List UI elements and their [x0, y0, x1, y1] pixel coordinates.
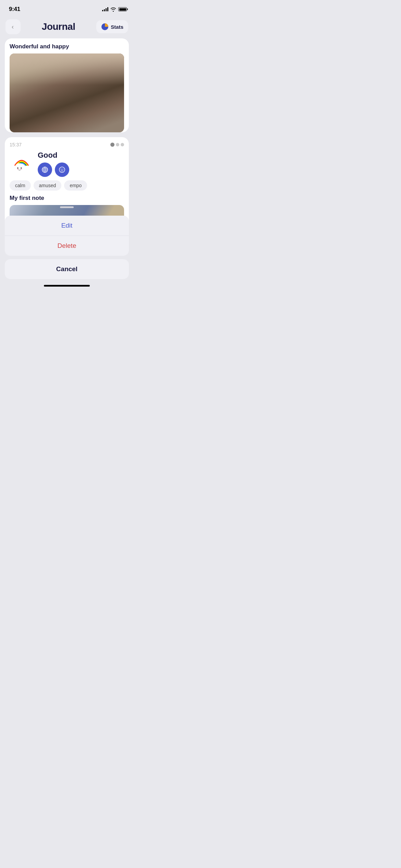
card2-header: 15:37 [10, 142, 124, 147]
bottom-sheet-overlay: Edit Delete Cancel [0, 206, 134, 289]
card1-image [10, 53, 124, 132]
status-bar: 9:41 [0, 0, 134, 16]
card2-mood-info: Good [38, 151, 124, 177]
card2-note-title: My first note [10, 195, 124, 202]
signal-icon [102, 7, 108, 11]
svg-point-12 [59, 167, 65, 172]
back-chevron-icon: ‹ [12, 23, 14, 31]
card1-title: Wonderful and happy [10, 43, 124, 50]
emotion-tag-calm: calm [10, 180, 31, 191]
stats-button[interactable]: Stats [96, 20, 128, 33]
dot-2 [116, 143, 119, 146]
face-icon-circle[interactable] [55, 162, 69, 177]
svg-point-9 [18, 168, 18, 168]
dot-3 [121, 143, 124, 146]
emotion-tag-empo: empo [64, 180, 87, 191]
card2-mood-label: Good [38, 151, 124, 160]
svg-point-14 [62, 169, 63, 169]
wifi-icon [110, 7, 116, 12]
page-title: Journal [42, 21, 75, 32]
status-time: 9:41 [9, 6, 20, 13]
stats-pie-icon [101, 23, 109, 31]
journal-card-1: Wonderful and happy [5, 38, 129, 132]
card2-time: 15:37 [10, 142, 22, 147]
cancel-button[interactable]: Cancel [5, 259, 129, 279]
svg-point-7 [17, 167, 19, 169]
cancel-group: Cancel [5, 259, 129, 279]
svg-point-10 [21, 168, 22, 168]
card2-dots [110, 143, 124, 147]
card2-mood-icons [38, 162, 124, 177]
nav-bar: ‹ Journal Stats [0, 16, 134, 38]
action-group: Edit Delete [5, 216, 129, 256]
dot-1 [110, 143, 114, 147]
delete-button[interactable]: Delete [5, 236, 129, 256]
emotion-tag-amused: amused [34, 180, 62, 191]
sheet-handle [60, 206, 74, 208]
globe-icon-circle[interactable] [38, 162, 52, 177]
bottom-sheet: Edit Delete Cancel [0, 206, 134, 289]
battery-icon [118, 7, 127, 11]
edit-button[interactable]: Edit [5, 216, 129, 236]
status-icons [102, 7, 127, 12]
emotion-tags: calm amused empo [10, 180, 124, 191]
back-button[interactable]: ‹ [5, 19, 21, 34]
svg-point-8 [21, 167, 22, 169]
card2-mood-row: Good [10, 151, 124, 177]
svg-point-13 [61, 169, 61, 169]
stats-label: Stats [111, 24, 123, 30]
card1-photo [10, 53, 124, 132]
cloud-rainbow-icon [10, 154, 34, 174]
